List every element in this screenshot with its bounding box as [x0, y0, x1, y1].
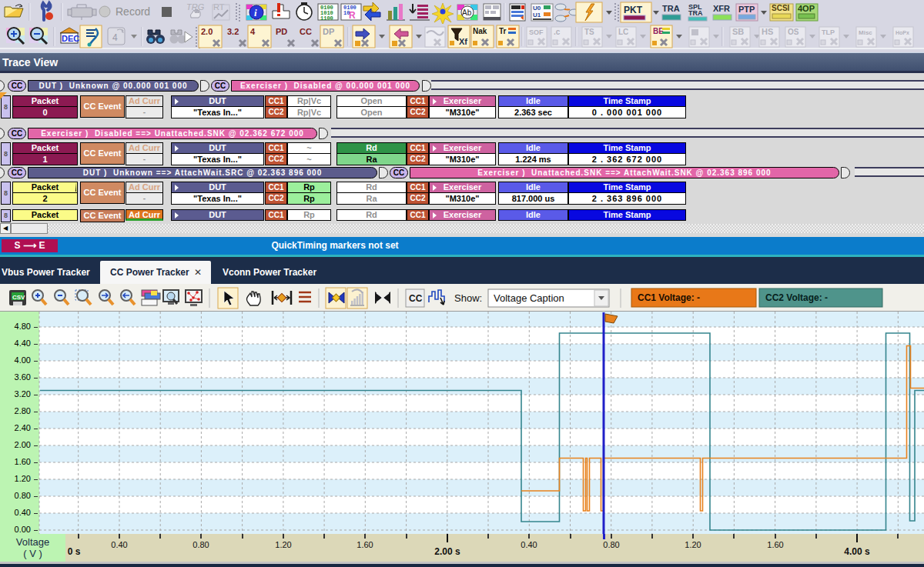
svg-text:DP: DP [323, 27, 334, 36]
svg-text:Xf: Xf [459, 37, 467, 46]
svg-text:HS: HS [762, 27, 773, 36]
svg-text:RT: RT [213, 2, 225, 12]
svg-text:4: 4 [112, 32, 118, 43]
svg-text:Ab: Ab [462, 8, 472, 17]
svg-text:DEC: DEC [62, 34, 79, 43]
svg-text:HoPx: HoPx [896, 30, 909, 35]
svg-text:.c: .c [554, 28, 561, 36]
svg-text:Misc: Misc [859, 29, 872, 36]
svg-text:TRA: TRA [688, 9, 703, 17]
svg-text:Voltage Caption: Voltage Caption [494, 292, 564, 304]
svg-text:4: 4 [250, 27, 256, 36]
svg-text:U0: U0 [533, 5, 541, 12]
svg-text:Tr: Tr [499, 27, 507, 35]
svg-text:PKT: PKT [624, 5, 643, 15]
svg-text:Record: Record [116, 5, 150, 18]
svg-text:CC1 Voltage: -: CC1 Voltage: - [638, 292, 700, 303]
svg-text:TRA: TRA [662, 4, 680, 13]
svg-text:Nak: Nak [473, 27, 487, 35]
svg-text:OS: OS [788, 28, 799, 36]
svg-text:XFR: XFR [713, 4, 730, 13]
svg-text:Show:: Show: [454, 292, 482, 304]
svg-text:TLP: TLP [822, 28, 835, 36]
svg-text:SCSI: SCSI [772, 4, 790, 12]
svg-text:4OP: 4OP [798, 4, 815, 13]
svg-text:TS: TS [584, 28, 594, 36]
svg-text:SB: SB [732, 27, 744, 36]
svg-text:CC: CC [409, 293, 423, 304]
svg-text:PD: PD [276, 27, 287, 36]
svg-text:R: R [349, 10, 356, 21]
svg-text:i: i [254, 7, 257, 18]
svg-text:SOF: SOF [529, 28, 544, 36]
svg-text:CC: CC [300, 27, 312, 36]
svg-text:CC2 Voltage: -: CC2 Voltage: - [765, 292, 828, 303]
svg-text:PTP: PTP [738, 5, 755, 14]
svg-text:1100: 1100 [320, 15, 333, 22]
svg-text:U1: U1 [533, 12, 541, 18]
svg-text:3.2: 3.2 [227, 27, 239, 36]
svg-text:CSV: CSV [12, 294, 25, 301]
svg-text:LC: LC [618, 28, 628, 36]
svg-text:2.0: 2.0 [201, 27, 213, 36]
